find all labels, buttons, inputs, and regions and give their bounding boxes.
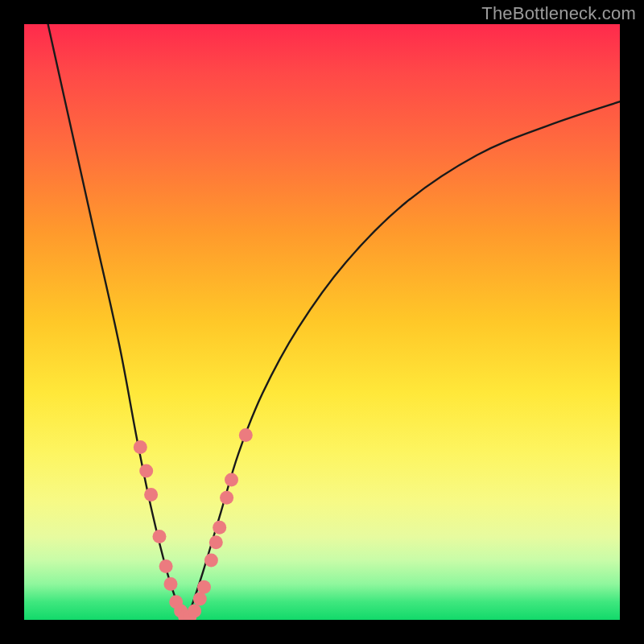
data-marker [153,530,167,543]
plot-area [24,24,620,620]
data-marker [220,491,233,505]
data-marker [159,559,173,573]
data-marker [239,428,253,442]
chart-svg [24,24,620,620]
data-marker [225,473,238,487]
data-marker [213,521,226,535]
data-marker [197,580,211,594]
data-marker [188,604,201,617]
data-marker [134,440,147,454]
data-marker [144,488,158,502]
marker-group [134,428,253,620]
data-marker [139,464,153,478]
bottleneck-curve [48,24,620,620]
chart-frame: TheBottleneck.com [0,0,644,644]
data-marker [193,592,207,606]
data-marker [204,554,218,568]
data-marker [209,535,223,549]
watermark-text: TheBottleneck.com [481,3,636,24]
data-marker [164,577,178,591]
